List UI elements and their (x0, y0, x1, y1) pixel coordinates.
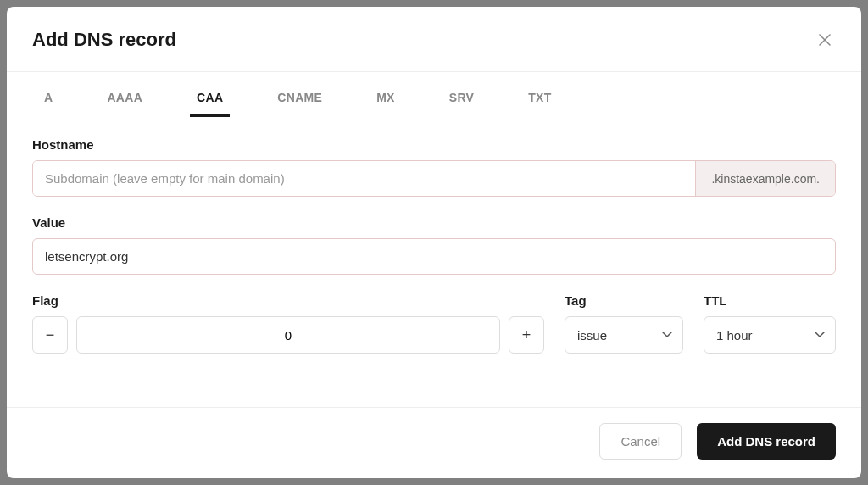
add-dns-record-modal: Add DNS record A AAAA CAA CNAME MX SRV T… (7, 7, 861, 478)
hostname-label: Hostname (32, 137, 836, 152)
flag-input[interactable] (76, 316, 500, 354)
tab-aaaa[interactable]: AAAA (100, 87, 149, 117)
tab-caa[interactable]: CAA (190, 87, 230, 117)
close-button[interactable] (814, 29, 836, 51)
tab-mx[interactable]: MX (370, 87, 402, 117)
domain-suffix: .kinstaexample.com. (695, 161, 835, 196)
tab-srv[interactable]: SRV (442, 87, 481, 117)
cancel-button[interactable]: Cancel (599, 423, 682, 460)
add-dns-record-button[interactable]: Add DNS record (697, 423, 836, 460)
close-icon (819, 34, 831, 46)
options-row: Flag − + Tag issue TTL (32, 293, 836, 354)
tab-txt[interactable]: TXT (521, 87, 558, 117)
modal-footer: Cancel Add DNS record (7, 407, 861, 478)
tab-cname[interactable]: CNAME (270, 87, 329, 117)
flag-increment-button[interactable]: + (509, 316, 544, 354)
plus-icon: + (522, 326, 531, 344)
tag-group: Tag issue (565, 293, 683, 354)
hostname-input[interactable] (33, 161, 695, 196)
modal-header: Add DNS record (7, 7, 861, 72)
ttl-label: TTL (704, 293, 836, 308)
tag-label: Tag (565, 293, 683, 308)
flag-label: Flag (32, 293, 544, 308)
tab-a[interactable]: A (37, 87, 59, 117)
flag-decrement-button[interactable]: − (32, 316, 68, 354)
form-body: Hostname .kinstaexample.com. Value Flag … (7, 117, 861, 362)
flag-stepper: − + (32, 316, 544, 354)
minus-icon: − (46, 326, 55, 344)
flag-group: Flag − + (32, 293, 544, 354)
ttl-select[interactable]: 1 hour (704, 316, 836, 354)
value-input[interactable] (32, 238, 836, 275)
value-group: Value (32, 215, 836, 275)
hostname-group: Hostname .kinstaexample.com. (32, 137, 836, 197)
hostname-input-wrap: .kinstaexample.com. (32, 160, 836, 197)
tag-select[interactable]: issue (565, 316, 683, 354)
record-type-tabs: A AAAA CAA CNAME MX SRV TXT (7, 72, 861, 117)
modal-title: Add DNS record (32, 29, 176, 51)
value-label: Value (32, 215, 836, 230)
ttl-group: TTL 1 hour (704, 293, 836, 354)
